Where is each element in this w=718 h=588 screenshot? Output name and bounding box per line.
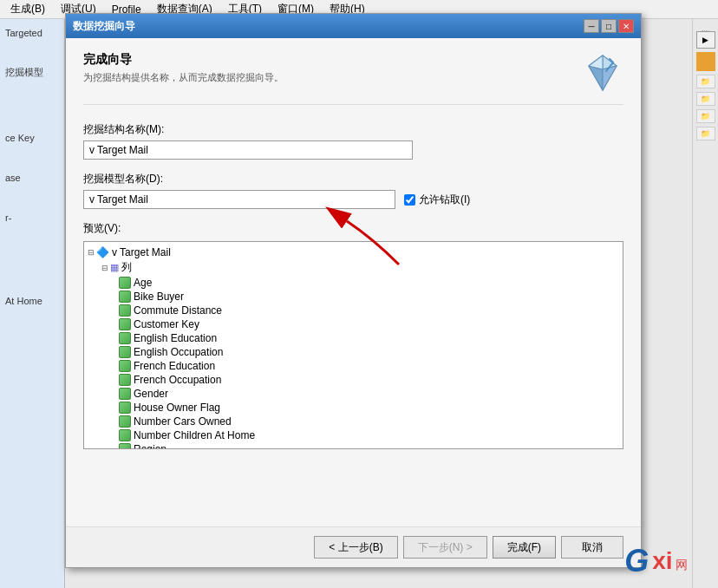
structure-name-input[interactable]: [83, 140, 413, 160]
tree-item-label-englishocc: English Occupation: [134, 346, 223, 358]
col-icon-englishedu: [119, 332, 131, 344]
sidebar-item-base: ase: [5, 171, 59, 185]
right-sidebar: 解决方案 ▶ 📁 📁 📁 📁: [692, 19, 718, 588]
right-folder-icon-2: 📁: [696, 92, 715, 106]
col-icon-houseowner: [119, 402, 131, 414]
menu-generate[interactable]: 生成(B): [3, 0, 52, 18]
col-icon-frenchedu: [119, 360, 131, 372]
tree-item-numcars: Number Cars Owned: [88, 415, 619, 428]
tree-item-label-customerkey: Customer Key: [134, 318, 199, 330]
right-folder-icon-4: 📁: [696, 127, 715, 140]
wizard-header-text: 完成向导 为挖掘结构提供名称，从而完成数据挖掘向导。: [83, 52, 284, 84]
sidebar-item-r: r-: [5, 211, 59, 225]
tree-item-label-numcars: Number Cars Owned: [134, 415, 232, 428]
minimize-button[interactable]: ─: [584, 19, 599, 33]
tree-item-label-numchildren: Number Children At Home: [134, 429, 255, 441]
tree-item-label-region: Region: [134, 443, 166, 449]
col-icon-numchildren: [119, 429, 131, 441]
sidebar-mining-label: 挖掘模型: [5, 66, 59, 79]
tree-item-frenchocc: French Occupation: [88, 373, 619, 387]
preview-section: 预览(V): ⊟ 🔷 v Target Mail ⊟ ▦ 列 Age: [83, 221, 623, 449]
tree-item-label-commutedist: Commute Distance: [134, 304, 222, 317]
model-name-input[interactable]: [83, 190, 395, 209]
wizard-header: 完成向导 为挖掘结构提供名称，从而完成数据挖掘向导。: [83, 52, 623, 105]
model-row: 允许钻取(I): [83, 190, 623, 209]
close-button[interactable]: ✕: [618, 19, 634, 33]
tree-item-label-bikebuyer: Bike Buyer: [134, 291, 184, 303]
wizard-icon: [582, 52, 623, 94]
tree-item-label-gender: Gender: [134, 388, 168, 400]
svg-marker-2: [589, 66, 603, 90]
col-icon-englishocc: [119, 346, 131, 358]
watermark-net: 网: [676, 558, 688, 572]
col-icon-gender: [119, 388, 131, 400]
watermark-xi: xi: [652, 547, 672, 574]
model-label: 挖掘模型名称(D):: [83, 172, 623, 186]
model-name-group: 挖掘模型名称(D): 允许钻取(I): [83, 172, 623, 209]
right-btn-1[interactable]: ▶: [696, 31, 715, 49]
dialog-content: 完成向导 为挖掘结构提供名称，从而完成数据挖掘向导。 挖掘结构名称(M):: [66, 38, 641, 526]
dialog-titlebar: 数据挖掘向导 ─ □ ✕: [66, 14, 641, 38]
main-dialog: 数据挖掘向导 ─ □ ✕ 完成向导 为挖掘结构提供名称，从而完成数据挖掘向导。: [65, 13, 642, 568]
drillthrough-group: 允许钻取(I): [404, 193, 470, 207]
tree-item-label-englishedu: English Education: [134, 332, 217, 344]
watermark-xiNet: xi 网: [652, 547, 688, 575]
preview-label: 预览(V):: [83, 221, 623, 236]
right-folder-icon: 📁: [696, 75, 715, 88]
tree-item-numchildren: Number Children At Home: [88, 428, 619, 442]
drillthrough-label: 允许钻取(I): [419, 193, 470, 207]
wizard-description: 为挖掘结构提供名称，从而完成数据挖掘向导。: [83, 71, 284, 84]
tree-root: ⊟ 🔷 v Target Mail: [88, 245, 619, 259]
col-icon-bikebuyer: [119, 291, 131, 303]
columns-table-icon: ▦: [110, 262, 119, 273]
titlebar-buttons: ─ □ ✕: [584, 19, 634, 33]
drillthrough-checkbox[interactable]: [404, 194, 415, 206]
col-icon-frenchocc: [119, 374, 131, 386]
tree-item-commutedist: Commute Distance: [88, 304, 619, 317]
structure-label: 挖掘结构名称(M):: [83, 122, 623, 137]
root-expand-icon: ⊟: [88, 248, 95, 257]
right-folder-icon-3: 📁: [696, 109, 715, 123]
tree-item-bikebuyer: Bike Buyer: [88, 290, 619, 304]
finish-button[interactable]: 完成(F): [493, 536, 556, 559]
left-sidebar: Targeted 挖掘模型 ce Key ase r- At Home: [0, 19, 65, 588]
tree-item-age: Age: [88, 276, 619, 290]
right-icon-orange: [696, 52, 715, 71]
columns-expand-icon: ⊟: [101, 264, 108, 272]
root-structure-icon: 🔷: [96, 246, 109, 258]
watermark-g: G: [624, 543, 649, 579]
col-icon-commutedist: [119, 304, 131, 317]
sidebar-item-ce: ce Key: [5, 131, 59, 145]
tree-item-label-frenchedu: French Education: [134, 360, 215, 372]
dialog-title: 数据挖掘向导: [73, 19, 135, 34]
tree-item-label-age: Age: [134, 277, 152, 289]
next-button[interactable]: 下一步(N) >: [403, 536, 487, 559]
sidebar-item-athome: At Home: [5, 294, 59, 308]
tree-item-label-frenchocc: French Occupation: [134, 374, 221, 386]
sidebar-item-1: Targeted: [5, 26, 59, 40]
tree-item-region: Region: [88, 442, 619, 449]
tree-item-englishocc: English Occupation: [88, 345, 619, 359]
maximize-button[interactable]: □: [601, 19, 617, 33]
watermark: G xi 网: [624, 543, 688, 579]
svg-marker-3: [603, 66, 617, 90]
tree-root-label: v Target Mail: [112, 246, 171, 258]
cancel-button[interactable]: 取消: [561, 536, 623, 559]
tree-item-frenchedu: French Education: [88, 359, 619, 373]
col-icon-age: [119, 277, 131, 289]
structure-name-group: 挖掘结构名称(M):: [83, 122, 623, 160]
tree-columns-label: 列: [121, 260, 132, 275]
tree-item-label-houseowner: House Owner Flag: [134, 402, 220, 414]
tree-columns-parent: ⊟ ▦ 列: [88, 259, 619, 276]
gem-icon: [582, 52, 623, 94]
preview-tree[interactable]: ⊟ 🔷 v Target Mail ⊟ ▦ 列 Age Bike Bu: [83, 241, 623, 449]
back-button[interactable]: < 上一步(B): [314, 536, 397, 559]
dialog-footer: < 上一步(B) 下一步(N) > 完成(F) 取消: [66, 526, 641, 567]
col-icon-numcars: [119, 415, 131, 428]
col-icon-customerkey: [119, 318, 131, 330]
tree-item-gender: Gender: [88, 387, 619, 401]
col-icon-region: [119, 443, 131, 449]
tree-item-englishedu: English Education: [88, 331, 619, 345]
tree-item-customerkey: Customer Key: [88, 317, 619, 331]
tree-item-houseowner: House Owner Flag: [88, 401, 619, 415]
